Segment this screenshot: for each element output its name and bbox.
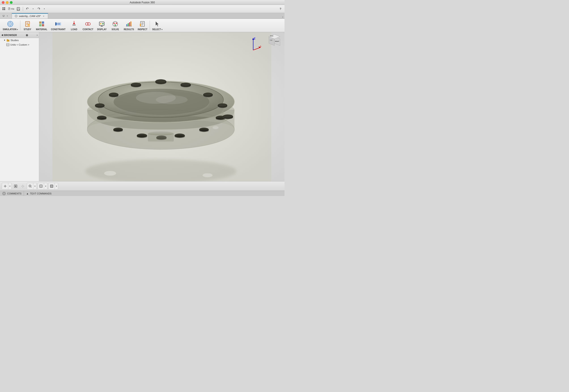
window-controls[interactable]: [2, 1, 13, 4]
svg-text:X: X: [260, 45, 261, 48]
tab-close-unnamed[interactable]: ×: [6, 14, 9, 17]
svg-text:✦: ✦: [28, 24, 29, 26]
svg-marker-32: [73, 22, 75, 24]
svg-point-73: [156, 96, 188, 104]
pan-tool[interactable]: [20, 183, 26, 189]
svg-point-79: [131, 83, 141, 86]
tab-unnamed[interactable]: U ×: [0, 13, 12, 19]
svg-rect-23: [42, 21, 44, 24]
sim-tool-study[interactable]: ✦ STUDY: [21, 19, 34, 32]
redo-button[interactable]: [36, 6, 42, 12]
move-tool[interactable]: [2, 183, 8, 189]
tab-close-cam[interactable]: ×: [42, 14, 45, 18]
svg-rect-29: [55, 23, 56, 25]
sim-tool-load[interactable]: LOAD: [67, 19, 81, 32]
sim-tool-solve[interactable]: SOLVE: [108, 19, 122, 32]
move-tool-group: ▾: [2, 183, 12, 190]
sim-toolbar: SIMULATION ✦ STUDY MATERIAL: [0, 19, 285, 32]
grid-menu-button[interactable]: [1, 6, 7, 12]
sim-tool-inspect[interactable]: INSPECT: [136, 19, 149, 32]
material-label: MATERIAL: [36, 28, 47, 31]
browser-collapse-pin[interactable]: ◉: [26, 33, 28, 37]
svg-point-112: [175, 135, 185, 138]
save-button[interactable]: [15, 6, 21, 12]
view-dropdown[interactable]: ▾: [44, 183, 47, 189]
coord-axes: Z X: [245, 37, 261, 52]
tab-expand-button[interactable]: ›: [282, 15, 285, 19]
svg-rect-2: [2, 9, 4, 10]
toolbar-separator-1: [23, 7, 23, 11]
sim-tool-results[interactable]: RESULTS: [122, 19, 136, 32]
svg-rect-22: [39, 21, 41, 24]
minimize-button[interactable]: [6, 1, 9, 4]
svg-text:RIGHT: RIGHT: [275, 41, 279, 42]
display-mode-tool[interactable]: [48, 183, 55, 189]
maximize-button[interactable]: [10, 1, 13, 4]
nav-cube[interactable]: RIGHT BACK TOP: [264, 33, 282, 51]
study-label: STUDY: [24, 28, 31, 31]
constraint-label: CONSTRAINT: [51, 28, 66, 31]
move-tool-dropdown[interactable]: ▾: [8, 183, 11, 189]
sim-tool-material[interactable]: MATERIAL: [34, 19, 49, 32]
sim-tool-constraint[interactable]: CONSTRAINT: [49, 19, 68, 32]
load-label: LOAD: [71, 28, 77, 31]
status-text-commands[interactable]: ▲ TEXT COMMANDS: [24, 191, 54, 196]
title-bar: Autodesk Fusion 360: [0, 0, 285, 5]
tab-sim-icon: [15, 14, 18, 18]
results-icon: [125, 20, 132, 28]
undo-dropdown[interactable]: ▾: [31, 6, 35, 12]
svg-point-85: [109, 93, 118, 96]
inspect-icon: [139, 20, 146, 28]
zoom-dropdown[interactable]: ▾: [33, 183, 36, 189]
sim-tool-display[interactable]: DISPLAY: [95, 19, 108, 32]
svg-rect-51: [129, 22, 130, 26]
close-button[interactable]: [2, 1, 4, 4]
bottom-toolbar: ▾ ▾ ▾ ▾: [0, 181, 285, 191]
studies-label: Studies: [11, 39, 19, 42]
browser-collapse-left[interactable]: ◀: [1, 34, 3, 36]
content-area: ◀ BROWSER ◉ › ▼ Studies mm Units < Custo…: [0, 32, 285, 181]
svg-rect-58: [140, 24, 141, 26]
svg-point-124: [203, 173, 212, 177]
view-tool[interactable]: [38, 183, 44, 189]
browser-item-units[interactable]: mm Units < Custom >: [0, 42, 39, 47]
zoom-tool-group: ▾: [27, 183, 37, 190]
display-label: DISPLAY: [97, 28, 106, 31]
viewport[interactable]: RIGHT BACK TOP Z X: [39, 32, 285, 181]
sim-tool-simulation[interactable]: SIMULATION: [1, 19, 20, 32]
sim-tool-contact[interactable]: CONTACT: [81, 19, 95, 32]
svg-rect-50: [128, 23, 129, 26]
study-icon: ✦: [24, 20, 31, 28]
file-button[interactable]: File: [8, 6, 14, 12]
svg-text:mm: mm: [6, 44, 9, 46]
svg-point-118: [223, 114, 233, 118]
undo-button[interactable]: [24, 6, 31, 12]
svg-rect-30: [58, 23, 60, 25]
status-comments[interactable]: + COMMENTS: [0, 191, 24, 196]
contact-label: CONTACT: [83, 28, 93, 31]
svg-rect-6: [17, 7, 19, 9]
browser-collapse-arrow[interactable]: ›: [37, 33, 38, 37]
svg-point-103: [113, 129, 123, 132]
svg-point-46: [116, 23, 117, 24]
browser-panel: ◀ BROWSER ◉ › ▼ Studies mm Units < Custo…: [0, 32, 39, 181]
svg-marker-34: [73, 21, 74, 22]
redo-dropdown[interactable]: ▾: [43, 6, 46, 12]
svg-text:BACK: BACK: [270, 35, 274, 37]
sim-sep-1: [20, 21, 20, 30]
view-tool-group: ▾: [38, 183, 47, 190]
comments-add-icon[interactable]: +: [2, 192, 6, 195]
zoom-tool[interactable]: [27, 183, 33, 189]
display-mode-dropdown[interactable]: ▾: [55, 183, 58, 189]
solve-label: SOLVE: [112, 28, 119, 31]
help-button[interactable]: ?: [277, 6, 284, 12]
app-title: Autodesk Fusion 360: [130, 1, 155, 4]
tab-cam[interactable]: watertig...CAM v29* ×: [12, 13, 48, 19]
units-icon: mm: [6, 43, 9, 46]
browser-item-studies[interactable]: ▼ Studies: [0, 38, 39, 42]
svg-point-82: [181, 83, 190, 86]
sim-tool-select[interactable]: SELECT: [150, 19, 164, 32]
capture-position-tool[interactable]: [13, 183, 19, 189]
studies-arrow-icon: ▼: [4, 39, 6, 41]
svg-marker-59: [156, 21, 159, 26]
